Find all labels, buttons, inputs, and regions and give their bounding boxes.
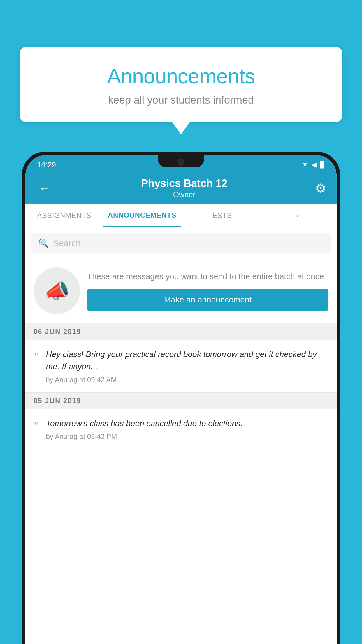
speech-bubble-title: Announcements xyxy=(34,64,328,88)
announcement-text-2: Tomorrow's class has been cancelled due … xyxy=(46,417,328,430)
announcement-meta-2: by Anurag at 05:42 PM xyxy=(46,433,328,441)
tab-more[interactable]: › xyxy=(259,204,337,227)
tab-tests[interactable]: TESTS xyxy=(181,204,259,227)
quote-icon-2: " xyxy=(34,419,39,434)
announcement-prompt-right: These are messages you want to send to t… xyxy=(87,271,328,311)
announcement-icon-circle: 📣 xyxy=(34,267,80,314)
back-button[interactable]: ← xyxy=(36,179,53,198)
app-bar-subtitle: Owner xyxy=(53,190,315,199)
announcement-prompt: 📣 These are messages you want to send to… xyxy=(25,259,337,323)
megaphone-icon: 📣 xyxy=(44,279,70,303)
announcement-meta-1: by Anurag at 09:42 AM xyxy=(46,376,328,384)
camera xyxy=(178,159,184,166)
signal-icon: ◀ xyxy=(312,161,317,169)
search-icon: 🔍 xyxy=(38,238,49,248)
search-bar[interactable]: 🔍 Search xyxy=(31,233,331,253)
tabs: ASSIGNMENTS ANNOUNCEMENTS TESTS › xyxy=(25,204,337,228)
announcement-content-2: Tomorrow's class has been cancelled due … xyxy=(46,417,328,441)
status-icons: ▼ ◀ ▉ xyxy=(302,161,325,169)
screen: 14:29 ▼ ◀ ▉ ← Physics Batch 12 Owner ⚙ A… xyxy=(25,155,337,644)
status-time: 14:29 xyxy=(37,160,56,169)
battery-icon: ▉ xyxy=(320,161,325,169)
quote-icon-1: " xyxy=(34,350,39,365)
announcement-item-2[interactable]: " Tomorrow's class has been cancelled du… xyxy=(25,409,337,449)
speech-bubble: Announcements keep all your students inf… xyxy=(20,47,342,122)
announcement-item-1[interactable]: " Hey class! Bring your practical record… xyxy=(25,340,337,392)
app-bar: ← Physics Batch 12 Owner ⚙ xyxy=(25,172,337,204)
announcement-prompt-text: These are messages you want to send to t… xyxy=(87,271,328,282)
date-separator-2: 05 JUN 2019 xyxy=(25,392,337,409)
notch xyxy=(158,155,204,167)
announcement-content-1: Hey class! Bring your practical record b… xyxy=(46,348,328,384)
phone-frame: 14:29 ▼ ◀ ▉ ← Physics Batch 12 Owner ⚙ A… xyxy=(22,152,340,644)
announcement-text-1: Hey class! Bring your practical record b… xyxy=(46,348,328,373)
content: 🔍 Search 📣 These are messages you want t… xyxy=(25,228,337,449)
phone-inner: 14:29 ▼ ◀ ▉ ← Physics Batch 12 Owner ⚙ A… xyxy=(25,155,337,644)
app-bar-title-section: Physics Batch 12 Owner xyxy=(53,177,315,199)
search-placeholder: Search xyxy=(53,238,81,248)
speech-bubble-subtitle: keep all your students informed xyxy=(34,94,328,106)
make-announcement-button[interactable]: Make an announcement xyxy=(87,289,328,311)
tab-announcements[interactable]: ANNOUNCEMENTS xyxy=(103,204,181,227)
settings-icon[interactable]: ⚙ xyxy=(315,181,326,195)
wifi-icon: ▼ xyxy=(302,161,308,169)
tab-assignments[interactable]: ASSIGNMENTS xyxy=(25,204,103,227)
date-separator-1: 06 JUN 2019 xyxy=(25,323,337,340)
speech-bubble-container: Announcements keep all your students inf… xyxy=(20,47,342,122)
app-bar-title: Physics Batch 12 xyxy=(53,177,315,190)
